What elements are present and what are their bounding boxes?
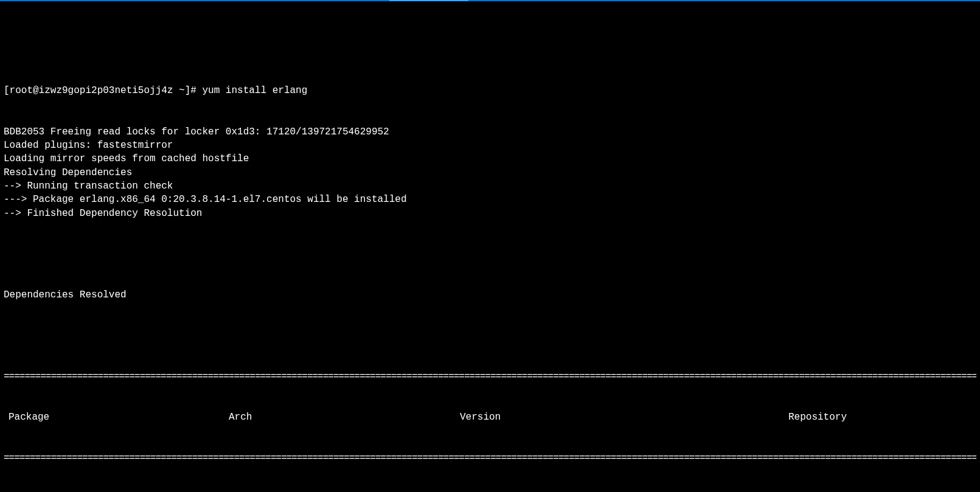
shell-command[interactable]: yum install erlang <box>202 84 307 97</box>
output-line: BDB2053 Freeing read locks for locker 0x… <box>4 125 976 139</box>
output-line: --> Finished Dependency Resolution <box>4 207 976 220</box>
window-top-border <box>0 0 980 1</box>
dependencies-resolved-label: Dependencies Resolved <box>4 288 976 302</box>
header-package: Package <box>4 411 229 424</box>
horizontal-rule: ========================================… <box>4 370 976 383</box>
shell-prompt: [root@izwz9gopi2p03neti5ojj4z ~]# <box>4 84 202 97</box>
header-arch: Arch <box>229 411 460 424</box>
output-line: Resolving Dependencies <box>4 166 976 179</box>
table-header-row: Package Arch Version Repository <box>4 411 976 424</box>
command-prompt-line: [root@izwz9gopi2p03neti5ojj4z ~]# yum in… <box>4 84 976 97</box>
header-repository: Repository <box>788 411 976 424</box>
output-line: Loaded plugins: fastestmirror <box>4 139 976 152</box>
header-version: Version <box>460 411 788 424</box>
output-line: Loading mirror speeds from cached hostfi… <box>4 152 976 165</box>
horizontal-rule: ========================================… <box>4 451 976 465</box>
output-line: --> Running transaction check <box>4 179 976 193</box>
pre-output-block: BDB2053 Freeing read locks for locker 0x… <box>4 125 976 221</box>
output-line: ---> Package erlang.x86_64 0:20.3.8.14-1… <box>4 193 976 206</box>
blank-line <box>4 329 976 342</box>
blank-line <box>4 248 976 261</box>
